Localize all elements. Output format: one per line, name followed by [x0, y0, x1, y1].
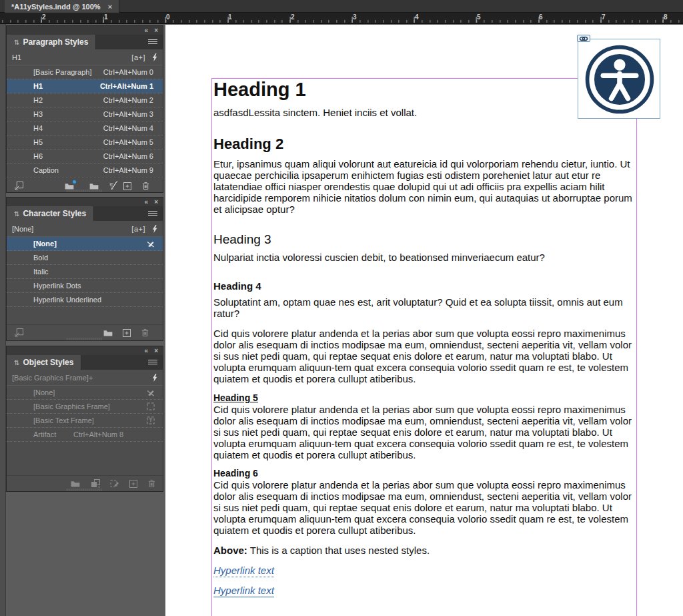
tab-cycle-icon: ⇅ [14, 359, 19, 366]
tab-paragraph-styles[interactable]: ⇅ Paragraph Styles [7, 35, 96, 49]
style-row-h2[interactable]: H2Ctrl+Alt+Num 2 [7, 93, 163, 107]
ruler-major-ticks [0, 17, 683, 23]
ruler-label: 7 [602, 13, 606, 21]
close-panel-icon[interactable]: × [154, 348, 158, 354]
paragraph[interactable]: asdfasdLessita sinctem. Heniet inciis et… [213, 107, 632, 118]
heading-1[interactable]: Heading 1 [213, 79, 632, 101]
delete-style-icon[interactable] [141, 328, 149, 337]
tab-character-styles[interactable]: ⇅ Character Styles [7, 206, 94, 221]
heading-4[interactable]: Heading 4 [213, 280, 632, 292]
ruler-label: 1 [104, 13, 108, 21]
paragraph[interactable]: Soluptatint am, optam quae nes est, arit… [213, 296, 632, 319]
new-style-group-icon[interactable] [103, 330, 113, 336]
style-row-basic-graphics-frame[interactable]: [Basic Graphics Frame] [7, 400, 163, 414]
new-style-group-synced-icon[interactable] [65, 183, 74, 190]
style-row-h1[interactable]: H1Ctrl+Alt+Num 1 [7, 79, 163, 93]
style-row-bold[interactable]: Bold [7, 251, 163, 265]
create-new-style-icon[interactable] [123, 182, 131, 190]
panel-tab-row: ⇅ Paragraph Styles [7, 35, 163, 49]
graphics-frame-icon [147, 402, 155, 410]
chain-link-icon [579, 36, 588, 41]
text-frame[interactable]: Heading 1 asdfasdLessita sinctem. Heniet… [211, 78, 637, 616]
document-tab[interactable]: *A11yStyles.indd @ 100% × [5, 0, 119, 13]
tab-cycle-icon: ⇅ [14, 210, 19, 218]
placed-image-frame[interactable] [578, 39, 660, 119]
current-style-row: H1 [a+] [7, 49, 163, 65]
character-styles-panel: « × ⇅ Character Styles [None] [a+] [None… [6, 197, 163, 341]
panel-resize-grip[interactable] [67, 190, 103, 192]
panel-tab-row: ⇅ Object Styles [7, 355, 163, 370]
style-row-h4[interactable]: H4Ctrl+Alt+Num 4 [7, 121, 163, 135]
panel-titlebar[interactable]: « × [7, 26, 163, 35]
break-link-to-style-icon [147, 388, 155, 396]
paragraph[interactable]: Cid quis volorere platur andenda et la p… [213, 328, 632, 384]
style-preview-icon[interactable]: [a+] [131, 225, 145, 233]
style-row-caption[interactable]: CaptionCtrl+Alt+Num 9 [7, 164, 163, 178]
style-row-none[interactable]: [None] [7, 237, 163, 251]
collapse-panel-icon[interactable]: « [145, 27, 149, 34]
panel-resize-grip[interactable] [67, 338, 103, 340]
heading-5[interactable]: Heading 5 [213, 392, 632, 403]
ruler-label: 5 [477, 13, 481, 21]
heading-2[interactable]: Heading 2 [213, 136, 632, 152]
new-style-group-icon[interactable] [71, 481, 80, 487]
paragraph[interactable]: Cid quis volorere platur andenda et la p… [213, 404, 632, 460]
hyperlink-dotted[interactable]: Hyperlink text [213, 565, 632, 576]
default-object-style-icon[interactable] [91, 479, 101, 488]
style-row-artifact[interactable]: ArtifactCtrl+Alt+Num 8 [7, 428, 163, 442]
panel-menu-icon[interactable] [148, 360, 157, 366]
new-style-group-icon[interactable] [89, 183, 99, 190]
panel-menu-icon[interactable] [148, 39, 157, 45]
panel-menu-icon[interactable] [148, 211, 157, 217]
close-icon[interactable]: × [108, 3, 112, 11]
style-row-h5[interactable]: H5Ctrl+Alt+Num 5 [7, 135, 163, 149]
style-row-hyperlink-underlined[interactable]: Hyperlink Underlined [7, 293, 163, 307]
paragraph[interactable]: Nulpariat inctia voloressi cuscien debit… [213, 252, 632, 263]
create-new-style-icon[interactable] [123, 329, 131, 337]
style-override-highlighter-icon[interactable] [152, 225, 157, 233]
hyperlink-underlined[interactable]: Hyperlink text [213, 585, 632, 596]
collapse-panel-icon[interactable]: « [145, 199, 149, 206]
object-styles-panel: « × ⇅ Object Styles [Basic Graphics Fram… [6, 346, 163, 492]
style-row-hyperlink-dots[interactable]: Hyperlink Dots [7, 279, 163, 293]
add-to-cc-library-icon[interactable] [15, 182, 23, 190]
style-row-none[interactable]: [None] [7, 386, 163, 400]
panel-titlebar[interactable]: « × [7, 198, 163, 206]
style-row-basic-paragraph[interactable]: [Basic Paragraph]Ctrl+Alt+Num 0 [7, 65, 163, 79]
paragraph-styles-panel: « × ⇅ Paragraph Styles H1 [a+] [Basic Pa… [6, 25, 163, 193]
current-style-row: [Basic Graphics Frame]+ [7, 370, 163, 386]
horizontal-ruler[interactable]: 2 1 0 1 2 3 4 5 6 7 8 [0, 13, 683, 24]
style-row-h6[interactable]: H6Ctrl+Alt+Num 6 [7, 149, 163, 164]
close-panel-icon[interactable]: × [154, 27, 158, 34]
create-new-style-icon[interactable] [129, 480, 137, 488]
dock-edge-strip [0, 24, 6, 616]
ruler-label: 8 [664, 13, 668, 21]
delete-style-icon[interactable] [148, 479, 155, 488]
add-to-cc-library-icon[interactable] [15, 328, 23, 337]
delete-style-icon[interactable] [142, 182, 149, 190]
caption-paragraph[interactable]: Above: This is a caption that uses neste… [213, 545, 632, 556]
caption-text: This is a caption that uses nested style… [247, 545, 430, 556]
close-panel-icon[interactable]: × [154, 199, 158, 206]
heading-6[interactable]: Heading 6 [213, 468, 632, 479]
paragraph[interactable]: Etur, ipsanimus quam aliqui volorunt aut… [213, 158, 632, 215]
paragraph[interactable]: Cid quis volorere platur andenda et la p… [213, 479, 632, 536]
panel-titlebar[interactable]: « × [7, 346, 163, 355]
style-preview-icon[interactable]: [a+] [131, 53, 145, 61]
tab-object-styles[interactable]: ⇅ Object Styles [7, 355, 81, 370]
style-row-italic[interactable]: Italic [7, 265, 163, 279]
caption-lead-in: Above: [213, 545, 247, 556]
panel-resize-grip[interactable] [67, 489, 103, 491]
break-link-to-style-icon [147, 240, 155, 248]
clear-overrides-icon[interactable]: ¶ [109, 182, 113, 191]
collapse-panel-icon[interactable]: « [145, 348, 149, 354]
panel-title: Object Styles [23, 358, 73, 367]
style-override-highlighter-icon[interactable] [152, 53, 157, 61]
style-override-highlighter-icon[interactable] [152, 374, 157, 382]
clear-frame-overrides-icon[interactable] [110, 479, 119, 488]
style-row-h3[interactable]: H3Ctrl+Alt+Num 3 [7, 107, 163, 121]
linked-graphic-badge[interactable] [577, 35, 590, 42]
style-row-basic-text-frame[interactable]: [Basic Text Frame] [7, 414, 163, 428]
heading-3[interactable]: Heading 3 [213, 232, 632, 247]
text-frame-icon [147, 416, 155, 424]
